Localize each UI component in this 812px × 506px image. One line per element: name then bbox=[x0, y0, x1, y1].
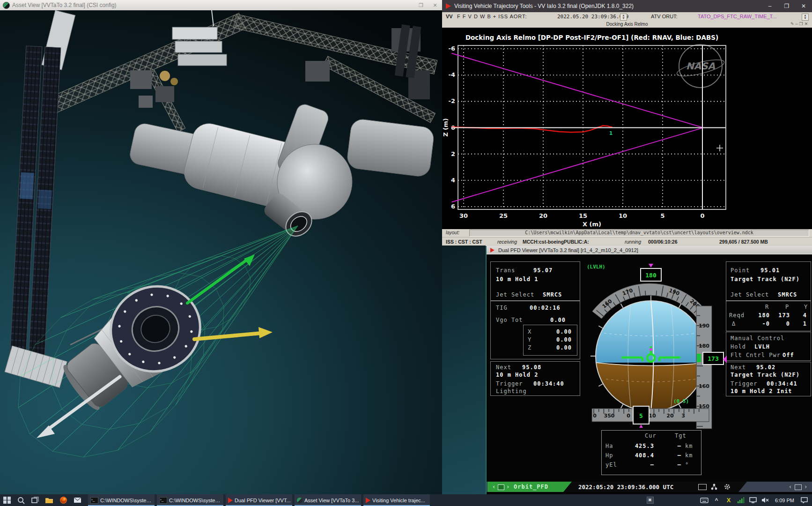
pfd-app-icon bbox=[490, 248, 495, 253]
taskbar-button-cmd-1[interactable]: ›_ C:\WINDOWS\system... bbox=[88, 494, 155, 506]
task-view-icon[interactable] bbox=[28, 494, 42, 506]
taskbar-button-trajectory[interactable]: Visiting Vehicle trajec... bbox=[363, 494, 430, 506]
asset-3d-viewport[interactable] bbox=[0, 10, 442, 494]
trajectory-titlebar[interactable]: Visiting Vehicle Trajectory Tools - VV I… bbox=[442, 0, 812, 12]
axis-y-label: Y bbox=[528, 336, 531, 343]
yaw-tick-e: 20 bbox=[666, 413, 674, 419]
pitch-tick-160: 160 bbox=[699, 383, 709, 389]
menu-vv[interactable]: VV bbox=[446, 14, 453, 19]
network-signal-icon[interactable] bbox=[735, 494, 747, 506]
svg-text:1: 1 bbox=[609, 130, 613, 136]
svg-text:10: 10 bbox=[619, 212, 627, 219]
windows-taskbar: ›_ C:\WINDOWS\system... ›_ C:\WINDOWS\sy… bbox=[0, 494, 812, 506]
orbit-col-cur: Cur bbox=[645, 432, 657, 439]
feed-spinner[interactable]: ▲▼ bbox=[802, 14, 809, 21]
layout-path-field[interactable]: C:\Users\mcwilkin\AppData\Local\temp\dna… bbox=[469, 230, 809, 237]
svg-text:30: 30 bbox=[459, 212, 468, 219]
docking-axis-relmo-plot[interactable]: 302520151050-6-4-202461Docking Axis Relm… bbox=[442, 28, 812, 229]
plot-edit-icon[interactable]: ✎ bbox=[790, 22, 796, 26]
trajectory-tools-window: Visiting Vehicle Trajectory Tools - VV I… bbox=[442, 0, 812, 246]
roll-value: 180 bbox=[645, 272, 657, 279]
svg-text:25: 25 bbox=[499, 212, 508, 219]
trajectory-plot-tab[interactable]: Docking Axis Relmo ✎ – ❐ ✕ bbox=[442, 22, 812, 28]
pfd-corner-prev-icon[interactable]: ‹ bbox=[789, 484, 792, 490]
memory-usage: 299,605 / 827.500 MB bbox=[719, 239, 768, 245]
trans-value: 95.07 bbox=[533, 267, 553, 274]
trajectory-minimize-button[interactable]: – bbox=[761, 1, 778, 11]
axis-y-value: 0.00 bbox=[542, 336, 572, 343]
yaw-tick-d: 10 bbox=[649, 413, 656, 419]
asset-view-titlebar[interactable]: Asset View [VVTaTo 3.2 final] (CSI confi… bbox=[0, 0, 442, 11]
network-icon[interactable] bbox=[710, 484, 718, 492]
menu-feed[interactable]: TATO_DPS_FTC_RAW_TIME_T... bbox=[698, 14, 776, 19]
notification-center-icon[interactable] bbox=[798, 494, 810, 506]
ha-cur: 425.3 bbox=[620, 443, 654, 449]
fcp-label: Flt Cntrl Pwr bbox=[731, 352, 781, 358]
plot-minimize-icon[interactable]: – bbox=[796, 22, 799, 26]
hp-cur: 408.4 bbox=[620, 452, 654, 459]
tray-app-icon[interactable]: ▣ bbox=[644, 494, 656, 506]
keyboard-icon[interactable] bbox=[698, 494, 710, 506]
plot-tab-title: Docking Axis Relmo bbox=[442, 22, 812, 27]
svg-text:4: 4 bbox=[451, 177, 455, 184]
att-next-value: 95.02 bbox=[756, 364, 775, 371]
yaw-tick-f: 3 bbox=[681, 413, 685, 419]
taskbar-button-pfd[interactable]: Dual PFD Viewer [VVT... bbox=[226, 494, 292, 506]
plot-close-icon[interactable]: ✕ bbox=[805, 22, 810, 26]
col-roll: R bbox=[765, 304, 769, 310]
delta-pitch: 0 bbox=[769, 320, 790, 327]
hold-label: Hold bbox=[731, 343, 746, 350]
nav-prev-icon[interactable]: ‹ bbox=[492, 484, 495, 490]
firefox-icon[interactable] bbox=[56, 494, 70, 506]
att-trigger-value: 00:34:41 bbox=[767, 380, 797, 387]
vgo-label: Vgo Tot bbox=[496, 317, 523, 323]
file-explorer-icon[interactable] bbox=[42, 494, 56, 506]
snapshot-icon[interactable] bbox=[698, 484, 707, 490]
display-icon[interactable] bbox=[747, 494, 759, 506]
volume-muted-icon[interactable] bbox=[759, 494, 771, 506]
nav-pages-icon[interactable] bbox=[498, 484, 504, 490]
reqd-label: Reqd bbox=[729, 312, 745, 319]
att-jet-label: Jet Select bbox=[731, 291, 769, 298]
asset-view-title: Asset View [VVTaTo 3.2 final] (CSI confi… bbox=[12, 2, 117, 8]
tig-label: TIG bbox=[496, 305, 508, 311]
svg-text:X (m): X (m) bbox=[583, 221, 601, 228]
asset-close-button[interactable]: ✕ bbox=[428, 1, 442, 9]
trajectory-close-button[interactable]: ✕ bbox=[795, 1, 812, 11]
menu-atv[interactable]: ATV ORUT: bbox=[651, 14, 678, 19]
pfd-corner-pages-icon[interactable] bbox=[795, 484, 802, 490]
time-spinner[interactable]: ▲▼ bbox=[620, 14, 627, 21]
point-mode: Target Track (N2F) bbox=[731, 276, 800, 283]
trajectory-restore-button[interactable]: ❐ bbox=[778, 1, 795, 11]
mail-icon[interactable] bbox=[70, 494, 84, 506]
vgo-value: 0.00 bbox=[550, 317, 566, 323]
start-button[interactable] bbox=[0, 494, 14, 506]
taskbar-button-cmd-2[interactable]: ›_ C:\WINDOWS\system... bbox=[157, 494, 223, 506]
nav-next-icon[interactable]: › bbox=[506, 484, 509, 490]
ha-label: Ha bbox=[605, 443, 613, 449]
hp-unit: km bbox=[685, 452, 693, 459]
orbit-col-tgt: Tgt bbox=[675, 432, 687, 439]
plot-restore-icon[interactable]: ❐ bbox=[799, 22, 805, 26]
pfd-titlebar[interactable]: Dual PFD Viewer [VVTaTo 3.2 final] [r1_4… bbox=[487, 246, 812, 254]
approach-vector-green bbox=[187, 260, 247, 303]
pfd-corner-next-icon[interactable]: › bbox=[804, 484, 807, 490]
asset-restore-button[interactable]: ❐ bbox=[414, 1, 428, 9]
svg-text:0: 0 bbox=[700, 212, 704, 219]
delta-yaw: 1 bbox=[790, 320, 807, 327]
tray-expand-chevron[interactable]: ^ bbox=[710, 494, 723, 506]
search-icon[interactable] bbox=[14, 494, 28, 506]
col-pitch: P bbox=[785, 304, 789, 310]
axis-z-value: 0.00 bbox=[542, 344, 572, 351]
taskbar-clock[interactable]: 6:09 PM bbox=[775, 498, 794, 503]
asset-view-app-icon bbox=[297, 498, 303, 503]
cmd-icon: ›_ bbox=[90, 497, 98, 504]
settings-gear-icon[interactable] bbox=[723, 483, 731, 492]
pfd-page-name[interactable]: Orbit_PFD bbox=[514, 484, 548, 490]
menu-items[interactable]: F F V D W B + ISS AORT: bbox=[457, 14, 527, 19]
taskbar-button-label: Visiting Vehicle trajec... bbox=[372, 498, 425, 503]
taskbar-button-asset-view[interactable]: Asset View [VVTaTo 3... bbox=[295, 494, 361, 506]
excel-tray-icon[interactable]: X bbox=[723, 494, 735, 506]
axis-x-value: 0.00 bbox=[542, 328, 572, 335]
taskbar-button-label: C:\WINDOWS\system... bbox=[100, 498, 155, 503]
